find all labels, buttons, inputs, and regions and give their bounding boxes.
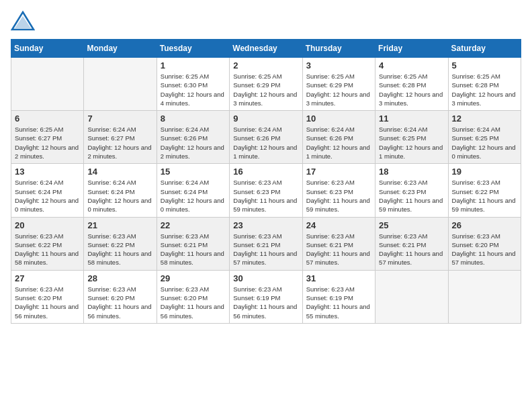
day-number: 18 (379, 167, 444, 177)
calendar-cell: 13Sunrise: 6:24 AM Sunset: 6:24 PM Dayli… (11, 164, 84, 217)
header-tuesday: Tuesday (157, 40, 229, 58)
calendar-cell: 19Sunrise: 6:23 AM Sunset: 6:22 PM Dayli… (448, 164, 521, 217)
calendar-cell: 31Sunrise: 6:23 AM Sunset: 6:19 PM Dayli… (302, 270, 375, 323)
calendar-cell: 7Sunrise: 6:24 AM Sunset: 6:27 PM Daylig… (84, 111, 157, 164)
calendar-week-row: 20Sunrise: 6:23 AM Sunset: 6:22 PM Dayli… (11, 217, 521, 270)
calendar-cell (84, 58, 157, 111)
calendar-cell: 1Sunrise: 6:25 AM Sunset: 6:30 PM Daylig… (157, 58, 229, 111)
calendar-cell: 22Sunrise: 6:23 AM Sunset: 6:21 PM Dayli… (157, 217, 229, 270)
calendar-cell: 3Sunrise: 6:25 AM Sunset: 6:29 PM Daylig… (302, 58, 375, 111)
day-info: Sunrise: 6:24 AM Sunset: 6:24 PM Dayligh… (87, 178, 152, 214)
calendar-cell: 26Sunrise: 6:23 AM Sunset: 6:20 PM Dayli… (448, 217, 521, 270)
day-number: 23 (233, 220, 298, 230)
day-info: Sunrise: 6:23 AM Sunset: 6:20 PM Dayligh… (452, 232, 517, 267)
header-thursday: Thursday (302, 40, 375, 58)
day-info: Sunrise: 6:24 AM Sunset: 6:26 PM Dayligh… (306, 125, 371, 161)
calendar-cell: 20Sunrise: 6:23 AM Sunset: 6:22 PM Dayli… (11, 217, 84, 270)
calendar-cell: 15Sunrise: 6:24 AM Sunset: 6:24 PM Dayli… (157, 164, 229, 217)
calendar-cell: 8Sunrise: 6:24 AM Sunset: 6:26 PM Daylig… (157, 111, 229, 164)
header-monday: Monday (84, 40, 157, 58)
day-number: 24 (306, 220, 371, 230)
calendar-cell (11, 58, 84, 111)
calendar-cell: 24Sunrise: 6:23 AM Sunset: 6:21 PM Dayli… (302, 217, 375, 270)
day-info: Sunrise: 6:23 AM Sunset: 6:21 PM Dayligh… (379, 232, 444, 267)
header-sunday: Sunday (11, 40, 84, 58)
header-wednesday: Wednesday (230, 40, 302, 58)
day-number: 8 (161, 113, 226, 124)
day-number: 3 (306, 60, 371, 71)
day-number: 17 (306, 167, 371, 177)
day-info: Sunrise: 6:23 AM Sunset: 6:20 PM Dayligh… (87, 285, 152, 320)
day-number: 29 (161, 273, 226, 283)
day-info: Sunrise: 6:25 AM Sunset: 6:29 PM Dayligh… (233, 72, 298, 107)
day-info: Sunrise: 6:24 AM Sunset: 6:24 PM Dayligh… (161, 178, 226, 214)
day-info: Sunrise: 6:25 AM Sunset: 6:28 PM Dayligh… (452, 72, 517, 107)
calendar-week-row: 1Sunrise: 6:25 AM Sunset: 6:30 PM Daylig… (11, 58, 521, 111)
day-info: Sunrise: 6:23 AM Sunset: 6:19 PM Dayligh… (233, 285, 298, 320)
day-info: Sunrise: 6:25 AM Sunset: 6:30 PM Dayligh… (161, 72, 226, 107)
day-info: Sunrise: 6:23 AM Sunset: 6:21 PM Dayligh… (233, 232, 298, 267)
day-info: Sunrise: 6:25 AM Sunset: 6:27 PM Dayligh… (15, 125, 80, 161)
day-info: Sunrise: 6:24 AM Sunset: 6:26 PM Dayligh… (233, 125, 298, 161)
calendar-cell (448, 270, 521, 323)
calendar-header-row: SundayMondayTuesdayWednesdayThursdayFrid… (11, 40, 521, 58)
day-number: 19 (452, 167, 517, 177)
header-saturday: Saturday (448, 40, 521, 58)
day-number: 9 (233, 113, 298, 124)
day-info: Sunrise: 6:23 AM Sunset: 6:23 PM Dayligh… (306, 178, 371, 214)
calendar-week-row: 27Sunrise: 6:23 AM Sunset: 6:20 PM Dayli… (11, 270, 521, 323)
day-number: 21 (87, 220, 152, 230)
page-header (11, 11, 521, 31)
logo-icon (11, 11, 35, 31)
day-info: Sunrise: 6:25 AM Sunset: 6:28 PM Dayligh… (379, 72, 444, 107)
day-number: 13 (15, 167, 80, 177)
day-number: 20 (15, 220, 80, 230)
day-number: 7 (87, 113, 152, 124)
day-info: Sunrise: 6:23 AM Sunset: 6:22 PM Dayligh… (452, 178, 517, 214)
calendar-cell: 29Sunrise: 6:23 AM Sunset: 6:20 PM Dayli… (157, 270, 229, 323)
day-number: 11 (379, 113, 444, 124)
calendar-cell: 30Sunrise: 6:23 AM Sunset: 6:19 PM Dayli… (230, 270, 302, 323)
calendar-cell: 16Sunrise: 6:23 AM Sunset: 6:23 PM Dayli… (230, 164, 302, 217)
day-number: 10 (306, 113, 371, 124)
day-number: 25 (379, 220, 444, 230)
day-info: Sunrise: 6:23 AM Sunset: 6:22 PM Dayligh… (15, 232, 80, 267)
calendar-week-row: 13Sunrise: 6:24 AM Sunset: 6:24 PM Dayli… (11, 164, 521, 217)
day-info: Sunrise: 6:23 AM Sunset: 6:22 PM Dayligh… (87, 232, 152, 267)
calendar-cell: 18Sunrise: 6:23 AM Sunset: 6:23 PM Dayli… (375, 164, 448, 217)
calendar-cell: 25Sunrise: 6:23 AM Sunset: 6:21 PM Dayli… (375, 217, 448, 270)
day-number: 14 (87, 167, 152, 177)
day-number: 27 (15, 273, 80, 283)
day-info: Sunrise: 6:24 AM Sunset: 6:26 PM Dayligh… (161, 125, 226, 161)
calendar-cell: 10Sunrise: 6:24 AM Sunset: 6:26 PM Dayli… (302, 111, 375, 164)
day-info: Sunrise: 6:25 AM Sunset: 6:29 PM Dayligh… (306, 72, 371, 107)
calendar-cell: 27Sunrise: 6:23 AM Sunset: 6:20 PM Dayli… (11, 270, 84, 323)
day-number: 31 (306, 273, 371, 283)
calendar-cell (375, 270, 448, 323)
day-number: 1 (161, 60, 226, 71)
day-info: Sunrise: 6:24 AM Sunset: 6:25 PM Dayligh… (452, 125, 517, 161)
day-info: Sunrise: 6:24 AM Sunset: 6:24 PM Dayligh… (15, 178, 80, 214)
logo (11, 11, 38, 31)
day-number: 26 (452, 220, 517, 230)
calendar-cell: 12Sunrise: 6:24 AM Sunset: 6:25 PM Dayli… (448, 111, 521, 164)
calendar-cell: 11Sunrise: 6:24 AM Sunset: 6:25 PM Dayli… (375, 111, 448, 164)
header-friday: Friday (375, 40, 448, 58)
calendar-cell: 2Sunrise: 6:25 AM Sunset: 6:29 PM Daylig… (230, 58, 302, 111)
calendar-cell: 9Sunrise: 6:24 AM Sunset: 6:26 PM Daylig… (230, 111, 302, 164)
day-number: 15 (161, 167, 226, 177)
day-number: 30 (233, 273, 298, 283)
day-number: 28 (87, 273, 152, 283)
calendar-cell: 17Sunrise: 6:23 AM Sunset: 6:23 PM Dayli… (302, 164, 375, 217)
day-number: 6 (15, 113, 80, 124)
calendar-cell: 4Sunrise: 6:25 AM Sunset: 6:28 PM Daylig… (375, 58, 448, 111)
calendar-cell: 14Sunrise: 6:24 AM Sunset: 6:24 PM Dayli… (84, 164, 157, 217)
calendar-cell: 23Sunrise: 6:23 AM Sunset: 6:21 PM Dayli… (230, 217, 302, 270)
calendar-cell: 6Sunrise: 6:25 AM Sunset: 6:27 PM Daylig… (11, 111, 84, 164)
day-info: Sunrise: 6:23 AM Sunset: 6:20 PM Dayligh… (161, 285, 226, 320)
calendar-cell: 5Sunrise: 6:25 AM Sunset: 6:28 PM Daylig… (448, 58, 521, 111)
day-info: Sunrise: 6:23 AM Sunset: 6:23 PM Dayligh… (379, 178, 444, 214)
day-number: 22 (161, 220, 226, 230)
day-info: Sunrise: 6:23 AM Sunset: 6:23 PM Dayligh… (233, 178, 298, 214)
calendar-week-row: 6Sunrise: 6:25 AM Sunset: 6:27 PM Daylig… (11, 111, 521, 164)
